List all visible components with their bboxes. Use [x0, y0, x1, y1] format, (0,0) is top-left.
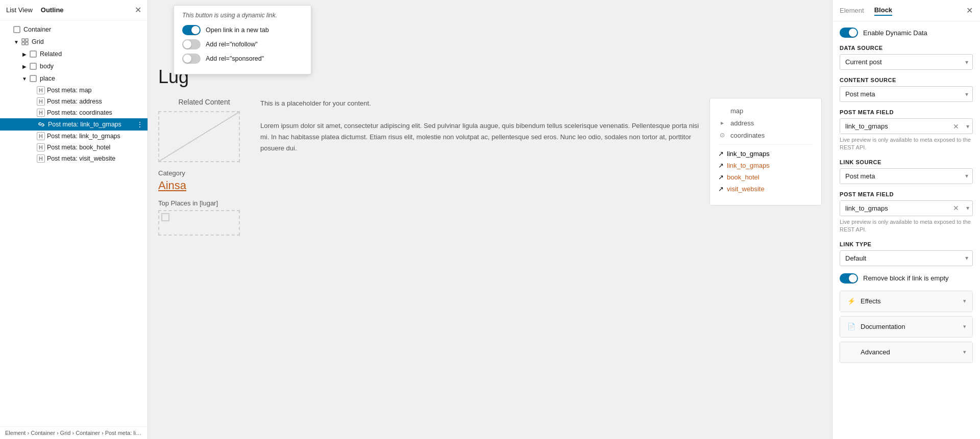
map-icon	[718, 107, 726, 115]
documentation-label: Documentation	[861, 323, 963, 330]
advanced-label: Advanced	[861, 348, 963, 356]
toggle-new-tab[interactable]	[182, 25, 201, 35]
documentation-icon: 📄	[846, 322, 856, 332]
frame-icon	[29, 62, 38, 71]
toggle-sponsored[interactable]	[182, 54, 201, 64]
svg-rect-6	[30, 63, 36, 69]
tree-item-post-meta-address[interactable]: H Post meta: address	[0, 96, 148, 107]
tree-item-label: Post meta: address	[47, 98, 143, 105]
preview-address-row: ▸ address	[718, 119, 813, 127]
card-divider	[718, 144, 813, 145]
tree-item-post-meta-link-gmaps-2[interactable]: H Post meta: link_to_gmaps	[0, 131, 148, 142]
documentation-accordion-header[interactable]: 📄 Documentation ▾	[840, 317, 972, 337]
dynamic-link-popup: This button is using a dynamic link. Ope…	[174, 5, 311, 74]
dynamic-data-label: Enable Dynamic Data	[863, 29, 927, 37]
top-places-label: Top Places in [lugar]	[158, 199, 250, 207]
h-icon: H	[37, 154, 45, 163]
grid-icon	[20, 37, 30, 46]
post-meta-field-1-arrow: ▾	[963, 123, 972, 130]
related-content-image	[158, 111, 240, 162]
preview-map-row: map	[718, 107, 813, 115]
preview-coordinates-label: coordinates	[730, 132, 765, 139]
tree-item-label: Post meta: book_hotel	[47, 144, 143, 151]
category-link[interactable]: Ainsa	[158, 179, 250, 192]
toggle-row-sponsored: Add rel="sponsored"	[182, 54, 303, 64]
tree-item-post-meta-link-gmaps[interactable]: Post meta: link_to_gmaps ⋮	[0, 118, 148, 131]
tree-item-grid[interactable]: ▼ Grid	[0, 36, 148, 48]
effects-label: Effects	[861, 297, 963, 305]
remove-block-toggle-row: Remove block if link is empty	[840, 273, 973, 283]
svg-rect-3	[22, 42, 24, 45]
tree-item-container[interactable]: Container	[0, 23, 148, 36]
close-panel-button[interactable]: ✕	[135, 6, 141, 14]
corner-box-icon	[161, 213, 169, 221]
post-meta-field-1-label: POST META FIELD	[840, 109, 973, 115]
more-options-icon[interactable]: ⋮	[136, 120, 143, 128]
preview-link2-row: ↗ book_hotel	[718, 173, 813, 181]
remove-block-toggle[interactable]	[840, 273, 858, 283]
svg-rect-7	[30, 75, 36, 82]
toggle-label-sponsored: Add rel="sponsored"	[206, 55, 264, 62]
related-content-label: Related Content	[158, 98, 250, 106]
preview-link1-active-row: ↗ link_to_gmaps	[718, 162, 813, 169]
right-panel-header: Element Block ✕	[832, 0, 980, 21]
tree-item-related[interactable]: ▶ Related	[0, 48, 148, 60]
tree-item-label: body	[40, 63, 143, 70]
preview-link3-row: ↗ visit_website	[718, 185, 813, 193]
frame-icon	[12, 25, 21, 34]
popup-title: This button is using a dynamic link.	[182, 12, 303, 19]
svg-rect-5	[30, 51, 36, 57]
preview-map-label: map	[730, 107, 743, 115]
tree-item-post-meta-visit-website[interactable]: H Post meta: visit_website	[0, 153, 148, 164]
tab-element[interactable]: Element	[840, 6, 864, 15]
dynamic-data-toggle[interactable]	[840, 28, 858, 38]
toggle-nofollow[interactable]	[182, 39, 201, 49]
post-meta-field-2-label: POST META FIELD	[840, 191, 973, 197]
documentation-accordion: 📄 Documentation ▾	[840, 316, 973, 338]
post-meta-field-2-arrow: ▾	[963, 204, 972, 212]
advanced-accordion-header[interactable]: Advanced ▾	[840, 342, 972, 363]
tree-item-place[interactable]: ▼ place	[0, 72, 148, 85]
link-source-select[interactable]: Post meta Post title Post content ACF	[840, 168, 973, 184]
content-source-select[interactable]: Post meta Post title Post content ACF	[840, 86, 973, 102]
frame-icon	[29, 74, 38, 83]
content-source-section: CONTENT SOURCE Post meta Post title Post…	[840, 77, 973, 102]
tree-item-body[interactable]: ▶ body	[0, 60, 148, 72]
data-source-label: DATA SOURCE	[840, 45, 973, 51]
remove-block-label: Remove block if link is empty	[863, 274, 949, 282]
data-source-select[interactable]: Current post Custom post type Term User	[840, 54, 973, 70]
tree-item-post-meta-map[interactable]: H Post meta: map	[0, 85, 148, 96]
toggle-label-new-tab: Open link in a new tab	[206, 27, 269, 34]
preview-link2[interactable]: book_hotel	[727, 173, 760, 181]
top-places-placeholder	[158, 210, 240, 236]
link-type-select-wrap: Default Email Phone File	[840, 250, 973, 266]
tree-item-label: Post meta: map	[47, 87, 143, 94]
tree-item-label: Related	[40, 50, 143, 58]
tree-item-label: Post meta: visit_website	[47, 155, 143, 162]
post-meta-field-2-clear[interactable]: ✕	[949, 204, 963, 212]
effects-chevron-icon: ▾	[963, 298, 966, 304]
coordinates-icon: ⊙	[718, 131, 726, 139]
close-right-panel-button[interactable]: ✕	[966, 6, 973, 15]
post-meta-field-1-input[interactable]	[840, 119, 949, 134]
tree-item-post-meta-coordinates[interactable]: H Post meta: coordinates	[0, 107, 148, 118]
chevron-icon: ▶	[20, 64, 29, 69]
dynamic-data-toggle-row: Enable Dynamic Data	[840, 28, 973, 38]
content-source-label: CONTENT SOURCE	[840, 77, 973, 83]
chevron-icon: ▼	[12, 39, 20, 45]
post-meta-field-2-section: POST META FIELD ✕ ▾ Live preview is only…	[840, 191, 973, 234]
left-panel: List View Outline ✕ Container ▼ Grid ▶	[0, 0, 148, 439]
preview-link3[interactable]: visit_website	[727, 185, 765, 193]
post-meta-field-1-clear[interactable]: ✕	[949, 122, 963, 131]
effects-accordion-header[interactable]: ⚡ Effects ▾	[840, 291, 972, 312]
preview-link1-active[interactable]: link_to_gmaps	[727, 162, 770, 169]
post-meta-field-1-wrap: ✕ ▾	[840, 118, 973, 134]
post-meta-field-2-input[interactable]	[840, 201, 949, 216]
link-type-select[interactable]: Default Email Phone File	[840, 250, 973, 266]
preview-coordinates-row: ⊙ coordinates	[718, 131, 813, 139]
tab-block[interactable]: Block	[874, 5, 892, 16]
advanced-icon	[846, 347, 856, 357]
tab-outline[interactable]: Outline	[41, 5, 64, 15]
tree-item-post-meta-book-hotel[interactable]: H Post meta: book_hotel	[0, 142, 148, 153]
tab-list-view[interactable]: List View	[6, 5, 33, 15]
